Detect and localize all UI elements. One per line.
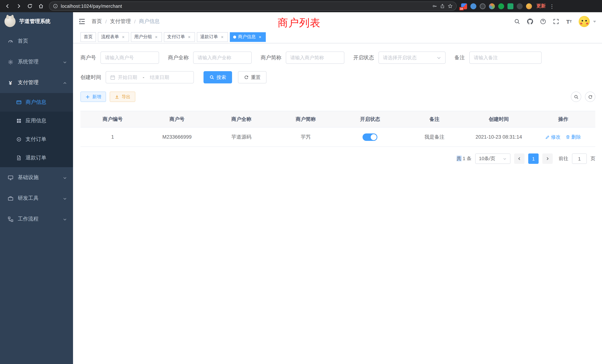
monitor-icon	[7, 175, 13, 181]
extension-icon[interactable]	[489, 3, 495, 9]
tab-用户分组[interactable]: 用户分组×	[131, 32, 162, 42]
url-text[interactable]: localhost:1024/pay/merchant	[61, 3, 429, 9]
sidebar-subitem-支付订单[interactable]: 支付订单	[0, 130, 73, 149]
extension-icon[interactable]: 10	[461, 3, 467, 9]
filter-input[interactable]	[474, 55, 537, 60]
help-icon[interactable]	[540, 18, 546, 25]
refresh-table-button[interactable]	[585, 92, 595, 102]
forward-icon[interactable]	[14, 2, 23, 11]
tab-label: 用户分组	[134, 34, 152, 40]
reset-button[interactable]: 重置	[238, 71, 267, 83]
sidebar-item-工作流程[interactable]: 工作流程	[0, 209, 73, 229]
tab-close-icon[interactable]: ×	[220, 34, 225, 39]
status-select[interactable]: 请选择开启状态	[378, 52, 446, 64]
date-range-picker[interactable]: 开始日期 - 结束日期	[106, 71, 194, 83]
sidebar-item-label: 系统管理	[18, 59, 58, 65]
edit-button[interactable]: 修改	[545, 134, 560, 140]
breadcrumb-item[interactable]: 首页	[92, 18, 102, 25]
fullscreen-icon[interactable]	[553, 18, 559, 25]
tab-close-icon[interactable]: ×	[187, 34, 192, 39]
status-toggle[interactable]	[363, 133, 377, 141]
extension-icon[interactable]	[507, 3, 513, 9]
breadcrumb-separator: /	[105, 19, 107, 24]
chevron-down-icon	[63, 60, 67, 64]
extension-badge: 10	[459, 7, 464, 10]
avatar[interactable]	[579, 16, 590, 27]
sidebar-item-支付管理[interactable]: ¥支付管理	[0, 72, 73, 93]
avatar-caret-icon[interactable]	[593, 21, 596, 22]
table-cell: 2021-10-23 08:31:14	[467, 127, 531, 147]
filter-input-商户简称[interactable]	[286, 52, 344, 64]
start-date-placeholder[interactable]: 开始日期	[118, 74, 137, 81]
sidebar-subitem-应用信息[interactable]: 应用信息	[0, 112, 73, 130]
key-icon[interactable]	[432, 4, 437, 9]
sidebar-item-研发工具[interactable]: 研发工具	[0, 188, 73, 209]
sidebar-item-首页[interactable]: 首页	[0, 31, 73, 52]
end-date-placeholder[interactable]: 结束日期	[150, 74, 169, 81]
extension-icon[interactable]	[470, 3, 476, 9]
tab-退款订单[interactable]: 退款订单×	[197, 32, 228, 42]
gear-icon	[7, 59, 13, 65]
toggle-search-button[interactable]	[571, 92, 581, 102]
filter-input[interactable]	[105, 55, 155, 60]
tab-label: 支付订单	[167, 34, 185, 40]
table-cell: 我是备注	[402, 127, 466, 147]
search-button[interactable]: 搜索	[204, 71, 232, 83]
back-icon[interactable]	[3, 2, 12, 11]
sidebar-item-基础设施[interactable]: 基础设施	[0, 167, 73, 188]
extension-icon[interactable]	[480, 3, 486, 9]
tab-支付订单[interactable]: 支付订单×	[164, 32, 195, 42]
filter-label: 开启状态	[353, 54, 374, 61]
hamburger-icon[interactable]	[78, 18, 86, 25]
star-icon[interactable]	[448, 4, 453, 9]
address-bar[interactable]: localhost:1024/pay/merchant	[49, 1, 457, 11]
filter-input-商户号[interactable]	[100, 52, 159, 64]
page-number-button[interactable]: 1	[528, 153, 539, 164]
filter-input-商户全称[interactable]	[193, 52, 252, 64]
breadcrumb-item[interactable]: 支付管理	[110, 18, 131, 25]
fontsize-icon[interactable]: TT	[566, 18, 572, 25]
sidebar-logo[interactable]: 芋道管理系统	[0, 12, 73, 31]
sidebar-subitem-退款订单[interactable]: 退款订单	[0, 149, 73, 167]
github-icon[interactable]	[527, 18, 533, 25]
tab-商户信息[interactable]: 商户信息×	[230, 32, 266, 42]
filter-input[interactable]	[290, 55, 340, 60]
filter-field-开启状态: 开启状态请选择开启状态	[353, 52, 446, 64]
sidebar-subitem-商户信息[interactable]: 商户信息	[0, 93, 73, 112]
extension-icon[interactable]	[498, 3, 504, 9]
extension-icon[interactable]	[517, 3, 523, 9]
home-icon[interactable]	[36, 2, 45, 11]
browser-menu-icon[interactable]: ⋮	[548, 3, 556, 9]
dashboard-icon	[7, 38, 13, 44]
sidebar-item-系统管理[interactable]: 系统管理	[0, 52, 73, 72]
filter-row-1: 商户号商户全称商户简称开启状态请选择开启状态备注	[80, 52, 595, 64]
export-button[interactable]: 导出	[110, 92, 135, 102]
tab-首页[interactable]: 首页	[80, 32, 96, 42]
screen: localhost:1024/pay/merchant 10 更新 ⋮ 芋道管理…	[0, 0, 602, 364]
sidebar-item-label: 基础设施	[18, 174, 58, 181]
sidebar-item-label: 支付管理	[18, 79, 58, 86]
prev-page-button[interactable]	[514, 153, 525, 164]
tab-close-icon[interactable]: ×	[154, 34, 159, 39]
reload-icon[interactable]	[25, 2, 34, 11]
page-size-select[interactable]: 10条/页	[475, 153, 510, 164]
tab-close-icon[interactable]: ×	[121, 34, 126, 39]
filter-label: 商户号	[80, 54, 96, 61]
tab-流程表单[interactable]: 流程表单×	[98, 32, 129, 42]
profile-avatar[interactable]	[526, 3, 532, 9]
share-icon[interactable]	[440, 4, 445, 9]
select-placeholder: 请选择开启状态	[383, 54, 417, 61]
workflow-icon	[7, 216, 13, 222]
delete-button[interactable]: 删除	[566, 134, 581, 140]
next-page-button[interactable]	[542, 153, 553, 164]
search-icon[interactable]	[514, 18, 520, 25]
goto-page-input[interactable]	[572, 153, 587, 164]
tab-close-icon[interactable]: ×	[258, 34, 262, 39]
filter-input[interactable]	[198, 55, 247, 60]
browser-update-button[interactable]: 更新	[536, 3, 546, 9]
filter-input-备注[interactable]	[469, 52, 542, 64]
info-icon[interactable]	[53, 4, 58, 9]
goto-label: 前往	[559, 155, 568, 162]
add-button[interactable]: 新增	[80, 92, 106, 102]
sidebar-subitem-label: 支付订单	[26, 136, 46, 143]
